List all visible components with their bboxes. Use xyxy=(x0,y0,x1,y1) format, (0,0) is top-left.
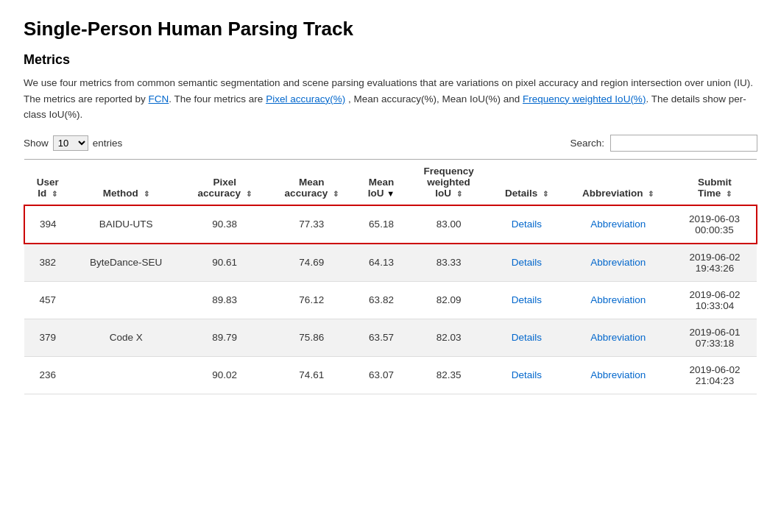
search-input[interactable] xyxy=(610,135,757,152)
sort-icon-method: ⇕ xyxy=(144,190,149,198)
cell-freq-iou: 82.35 xyxy=(408,356,490,394)
sort-icon-submit-time: ⇕ xyxy=(726,190,732,198)
search-label: Search: xyxy=(570,138,604,149)
cell-mean-accuracy: 74.61 xyxy=(268,356,355,394)
col-frequency-weighted-iou[interactable]: FrequencyweightedIoU ⇕ xyxy=(408,159,490,205)
cell-freq-iou: 83.00 xyxy=(408,205,490,244)
cell-details[interactable]: Details xyxy=(490,281,563,319)
cell-user-id: 457 xyxy=(24,281,71,319)
cell-submit-time: 2019-06-0107:33:18 xyxy=(673,319,757,356)
table-row: 382ByteDance-SEU90.6174.6964.1383.33Deta… xyxy=(24,244,757,282)
cell-abbreviation-link[interactable]: Abbreviation xyxy=(590,219,646,230)
col-abbreviation[interactable]: Abbreviation ⇕ xyxy=(564,159,673,205)
cell-user-id: 394 xyxy=(24,205,71,244)
entries-label: entries xyxy=(93,138,123,149)
cell-mean-iou: 65.18 xyxy=(355,205,407,244)
cell-freq-iou: 82.09 xyxy=(408,281,490,319)
cell-abbreviation[interactable]: Abbreviation xyxy=(564,319,673,356)
cell-abbreviation[interactable]: Abbreviation xyxy=(564,356,673,394)
cell-details-link[interactable]: Details xyxy=(512,369,542,380)
results-table: UserId ⇕ Method ⇕ Pixelaccuracy ⇕ Meanac… xyxy=(24,159,757,394)
cell-submit-time: 2019-06-0221:04:23 xyxy=(673,356,757,394)
entries-select[interactable]: 10 25 50 100 xyxy=(53,135,88,151)
col-mean-iou[interactable]: MeanIoU ▼ xyxy=(355,159,407,205)
table-row: 23690.0274.6163.0782.35DetailsAbbreviati… xyxy=(24,356,757,394)
cell-details-link[interactable]: Details xyxy=(512,219,542,230)
mean-iou-text: Mean IoU(%) xyxy=(442,93,501,104)
col-submit-time[interactable]: SubmitTime ⇕ xyxy=(673,159,757,205)
fcn-link[interactable]: FCN xyxy=(149,93,169,104)
mean-accuracy-text: Mean accuracy(%) xyxy=(353,93,437,104)
cell-pixel-accuracy: 89.83 xyxy=(181,281,268,319)
cell-details[interactable]: Details xyxy=(490,356,563,394)
table-controls: Show 10 25 50 100 entries Search: xyxy=(24,135,757,152)
cell-mean-iou: 63.57 xyxy=(355,319,407,356)
col-pixel-accuracy[interactable]: Pixelaccuracy ⇕ xyxy=(181,159,268,205)
sort-icon-mean-iou: ▼ xyxy=(386,189,395,198)
cell-method xyxy=(71,356,181,394)
description-text: We use four metrics from common semantic… xyxy=(24,75,757,123)
cell-abbreviation[interactable]: Abbreviation xyxy=(564,205,673,244)
cell-freq-iou: 83.33 xyxy=(408,244,490,282)
table-row: 394BAIDU-UTS90.3877.3365.1883.00DetailsA… xyxy=(24,205,757,244)
cell-method: Code X xyxy=(71,319,181,356)
cell-pixel-accuracy: 90.38 xyxy=(181,205,268,244)
cell-mean-iou: 63.82 xyxy=(355,281,407,319)
cell-details-link[interactable]: Details xyxy=(512,294,542,305)
cell-abbreviation-link[interactable]: Abbreviation xyxy=(590,294,646,305)
cell-mean-iou: 63.07 xyxy=(355,356,407,394)
cell-submit-time: 2019-06-0300:00:35 xyxy=(673,205,757,244)
cell-freq-iou: 82.03 xyxy=(408,319,490,356)
table-header: UserId ⇕ Method ⇕ Pixelaccuracy ⇕ Meanac… xyxy=(24,159,757,205)
cell-user-id: 382 xyxy=(24,244,71,282)
sort-icon-abbreviation: ⇕ xyxy=(648,190,654,198)
table-row: 45789.8376.1263.8282.09DetailsAbbreviati… xyxy=(24,281,757,319)
cell-abbreviation[interactable]: Abbreviation xyxy=(564,281,673,319)
cell-mean-accuracy: 77.33 xyxy=(268,205,355,244)
show-entries-control: Show 10 25 50 100 entries xyxy=(24,135,122,151)
cell-abbreviation-link[interactable]: Abbreviation xyxy=(590,257,646,268)
pixel-accuracy-link[interactable]: Pixel accuracy(%) xyxy=(266,93,345,104)
cell-method: ByteDance-SEU xyxy=(71,244,181,282)
sort-icon-freq-iou: ⇕ xyxy=(456,190,462,198)
cell-method: BAIDU-UTS xyxy=(71,205,181,244)
cell-details[interactable]: Details xyxy=(490,205,563,244)
cell-pixel-accuracy: 90.61 xyxy=(181,244,268,282)
cell-mean-accuracy: 76.12 xyxy=(268,281,355,319)
cell-user-id: 379 xyxy=(24,319,71,356)
cell-abbreviation[interactable]: Abbreviation xyxy=(564,244,673,282)
cell-submit-time: 2019-06-0219:43:26 xyxy=(673,244,757,282)
col-user-id[interactable]: UserId ⇕ xyxy=(24,159,71,205)
cell-details-link[interactable]: Details xyxy=(512,257,542,268)
search-control: Search: xyxy=(570,135,757,152)
show-label: Show xyxy=(24,138,49,149)
sort-icon-user-id: ⇕ xyxy=(52,190,57,198)
col-method[interactable]: Method ⇕ xyxy=(71,159,181,205)
page-title: Single-Person Human Parsing Track xyxy=(24,18,757,40)
metrics-heading: Metrics xyxy=(24,52,757,68)
cell-pixel-accuracy: 89.79 xyxy=(181,319,268,356)
cell-mean-accuracy: 74.69 xyxy=(268,244,355,282)
cell-details-link[interactable]: Details xyxy=(512,332,542,343)
table-row: 379Code X89.7975.8663.5782.03DetailsAbbr… xyxy=(24,319,757,356)
freq-weighted-link[interactable]: Frequency weighted IoU(%) xyxy=(523,93,646,104)
sort-icon-details: ⇕ xyxy=(543,190,548,198)
cell-abbreviation-link[interactable]: Abbreviation xyxy=(590,369,646,380)
sort-icon-mean-accuracy: ⇕ xyxy=(333,190,339,198)
cell-method xyxy=(71,281,181,319)
cell-abbreviation-link[interactable]: Abbreviation xyxy=(590,332,646,343)
cell-pixel-accuracy: 90.02 xyxy=(181,356,268,394)
cell-mean-iou: 64.13 xyxy=(355,244,407,282)
sort-icon-pixel-accuracy: ⇕ xyxy=(246,190,252,198)
table-body: 394BAIDU-UTS90.3877.3365.1883.00DetailsA… xyxy=(24,205,757,394)
col-details[interactable]: Details ⇕ xyxy=(490,159,563,205)
col-mean-accuracy[interactable]: Meanaccuracy ⇕ xyxy=(268,159,355,205)
cell-submit-time: 2019-06-0210:33:04 xyxy=(673,281,757,319)
cell-details[interactable]: Details xyxy=(490,244,563,282)
cell-user-id: 236 xyxy=(24,356,71,394)
cell-mean-accuracy: 75.86 xyxy=(268,319,355,356)
cell-details[interactable]: Details xyxy=(490,319,563,356)
